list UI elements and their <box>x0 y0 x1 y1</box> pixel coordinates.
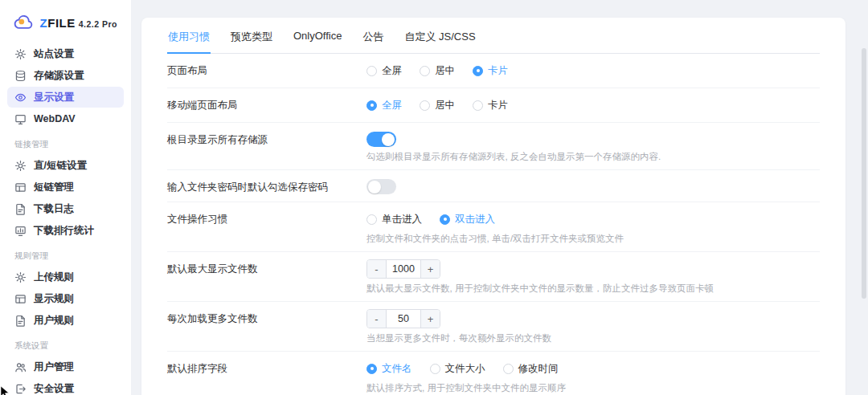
radio-option[interactable]: 双击进入 <box>440 213 495 226</box>
setting-row-default-sort-field: 默认排序字段文件名文件大小修改时间默认排序方式, 用于控制文件夹中文件的显示顺序 <box>167 352 820 395</box>
radio-group-mobile-page-layout: 全屏居中卡片 <box>366 96 820 115</box>
sidebar-item-label: 存储源设置 <box>34 68 84 83</box>
sidebar-item-storage-settings[interactable]: 存储源设置 <box>7 65 124 86</box>
radio-label: 修改时间 <box>518 362 559 376</box>
toggle-root-show-all-storages[interactable] <box>366 132 396 147</box>
radio-option[interactable]: 居中 <box>420 64 455 78</box>
gear-icon <box>14 48 27 60</box>
sidebar: ZFILE4.2.2 Pro 站点设置存储源设置显示设置WebDAV链接管理直/… <box>0 0 131 395</box>
toggle-folder-password-remember-default[interactable] <box>366 179 396 194</box>
sidebar-item-display-rules[interactable]: 显示规则 <box>7 288 124 309</box>
radio-option[interactable]: 文件名 <box>366 362 412 376</box>
setting-row-root-show-all-storages: 根目录显示所有存储源勾选则根目录显示所有存储源列表, 反之会自动显示第一个存储源… <box>167 123 820 170</box>
sidebar-group-label: 规则管理 <box>7 242 124 267</box>
radio-option[interactable]: 全屏 <box>366 99 402 112</box>
document-icon <box>14 315 27 327</box>
toggle-knob <box>382 133 395 146</box>
sidebar-item-label: 短链管理 <box>34 180 74 194</box>
radio-option[interactable]: 全屏 <box>366 64 402 78</box>
setting-help: 默认排序方式, 用于控制文件夹中文件的显示顺序 <box>366 382 820 393</box>
sidebar-item-webdav[interactable]: WebDAV <box>7 108 124 129</box>
sidebar-item-label: WebDAV <box>34 112 76 126</box>
document-icon <box>14 203 27 215</box>
radio-dot <box>473 66 483 76</box>
toggle-knob <box>368 181 381 193</box>
radio-dot <box>366 66 377 76</box>
tab-announcement[interactable]: 公告 <box>362 24 384 54</box>
radio-label: 居中 <box>435 64 455 78</box>
stepper-increase-button[interactable]: + <box>420 310 440 328</box>
sidebar-item-download-log[interactable]: 下载日志 <box>7 198 124 219</box>
radio-group-default-sort-field: 文件名文件大小修改时间 <box>366 359 820 378</box>
sidebar-item-short-link-manage[interactable]: 短链管理 <box>7 177 124 198</box>
settings-list: 页面布局全屏居中卡片移动端页面布局全屏居中卡片根目录显示所有存储源勾选则根目录显… <box>167 54 820 395</box>
stepper-decrease-button[interactable]: - <box>367 310 387 328</box>
gear-icon <box>14 271 27 283</box>
chart-monitor-icon <box>14 225 27 237</box>
sidebar-item-label: 直/短链设置 <box>34 158 87 173</box>
sidebar-item-label: 显示设置 <box>34 90 74 104</box>
sidebar-item-label: 安全设置 <box>34 381 74 395</box>
radio-label: 卡片 <box>488 64 508 78</box>
sidebar-item-direct-short-link-settings[interactable]: 直/短链设置 <box>7 155 124 176</box>
tab-usage-habits[interactable]: 使用习惯 <box>167 24 211 54</box>
radio-dot <box>420 100 430 111</box>
radio-label: 卡片 <box>488 99 508 112</box>
brand-name: ZFILE4.2.2 Pro <box>40 16 117 30</box>
radio-dot <box>366 214 377 225</box>
radio-label: 居中 <box>435 99 455 112</box>
setting-help: 当想显示更多文件时，每次额外显示的文件数 <box>366 332 820 344</box>
sidebar-nav: 站点设置存储源设置显示设置WebDAV链接管理直/短链设置短链管理下载日志下载排… <box>7 43 124 395</box>
app-root: ZFILE4.2.2 Pro 站点设置存储源设置显示设置WebDAV链接管理直/… <box>0 0 868 395</box>
radio-dot <box>473 100 483 111</box>
radio-option[interactable]: 单击进入 <box>366 213 422 226</box>
cloud-logo-icon <box>14 13 35 32</box>
settings-card: 使用习惯预览类型OnlyOffice公告自定义 JS/CSS 页面布局全屏居中卡… <box>141 18 845 395</box>
vertical-scrollbar[interactable] <box>862 48 866 299</box>
brand-version: 4.2.2 Pro <box>79 19 117 29</box>
sidebar-item-site-settings[interactable]: 站点设置 <box>7 43 124 64</box>
radio-dot <box>440 214 450 225</box>
sidebar-group-label: 链接管理 <box>7 130 124 155</box>
radio-option[interactable]: 修改时间 <box>503 362 559 376</box>
radio-dot <box>420 66 430 76</box>
sidebar-item-user-rules[interactable]: 用户规则 <box>7 310 124 331</box>
radio-label: 全屏 <box>382 99 402 112</box>
radio-label: 全屏 <box>382 64 402 78</box>
tab-onlyoffice[interactable]: OnlyOffice <box>293 24 342 54</box>
sidebar-item-security-settings[interactable]: 安全设置 <box>7 378 124 395</box>
stepper-decrease-button[interactable]: - <box>367 260 387 278</box>
tab-custom-js-css[interactable]: 自定义 JS/CSS <box>403 24 476 54</box>
radio-label: 文件大小 <box>445 362 485 376</box>
sidebar-item-label: 上传规则 <box>34 270 74 284</box>
tab-preview-types[interactable]: 预览类型 <box>230 24 273 54</box>
setting-help: 控制文件和文件夹的点击习惯, 单击/双击打开文件夹或预览文件 <box>366 233 820 244</box>
sidebar-item-label: 下载排行统计 <box>34 223 94 238</box>
radio-option[interactable]: 卡片 <box>473 99 508 112</box>
sidebar-item-user-manage[interactable]: 用户管理 <box>7 356 124 377</box>
setting-row-load-more-file-count: 每次加载更多文件数-50+当想显示更多文件时，每次额外显示的文件数 <box>167 302 820 352</box>
monitor-icon <box>14 113 27 125</box>
sidebar-item-label: 用户规则 <box>34 313 74 328</box>
radio-group-file-click-habit: 单击进入双击进入 <box>366 210 820 229</box>
radio-option[interactable]: 居中 <box>420 99 455 112</box>
radio-group-page-layout: 全屏居中卡片 <box>366 61 820 80</box>
setting-label: 默认最大显示文件数 <box>167 259 366 294</box>
stepper-load-more-file-count: -50+ <box>366 309 440 328</box>
sidebar-item-label: 下载日志 <box>34 202 74 216</box>
radio-label: 双击进入 <box>455 213 495 226</box>
setting-row-mobile-page-layout: 移动端页面布局全屏居中卡片 <box>167 88 820 123</box>
eye-icon <box>14 92 27 104</box>
setting-label: 页面布局 <box>167 61 366 80</box>
radio-option[interactable]: 卡片 <box>473 64 508 78</box>
main-area: 使用习惯预览类型OnlyOffice公告自定义 JS/CSS 页面布局全屏居中卡… <box>131 0 868 395</box>
radio-option[interactable]: 文件大小 <box>430 362 485 376</box>
sidebar-item-upload-rules[interactable]: 上传规则 <box>7 267 124 287</box>
stepper-default-max-file-count: -1000+ <box>366 259 440 279</box>
settings-tabs: 使用习惯预览类型OnlyOffice公告自定义 JS/CSS <box>167 24 820 54</box>
stepper-increase-button[interactable]: + <box>420 260 440 278</box>
sidebar-item-download-ranking[interactable]: 下载排行统计 <box>7 220 124 241</box>
setting-label: 根目录显示所有存储源 <box>167 130 366 162</box>
sidebar-item-display-settings[interactable]: 显示设置 <box>7 87 124 108</box>
setting-row-default-max-file-count: 默认最大显示文件数-1000+默认最大显示文件数, 用于控制文件夹中文件的显示数… <box>167 252 820 302</box>
